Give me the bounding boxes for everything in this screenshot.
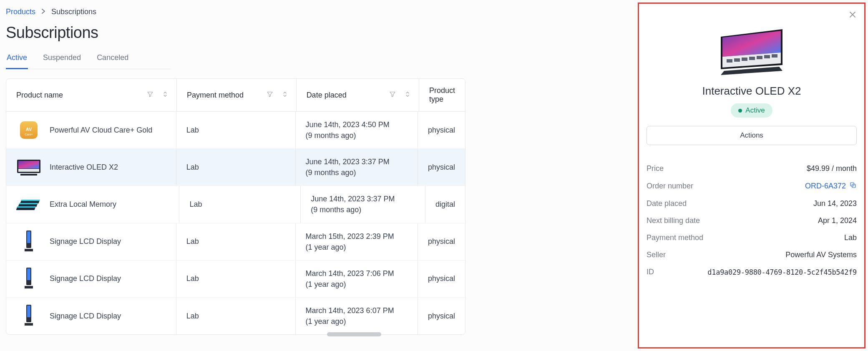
column-header-label: Product name <box>16 91 63 100</box>
cell-type: digital <box>425 186 465 223</box>
svg-rect-27 <box>742 58 747 61</box>
cell-payment: Lab <box>176 223 296 260</box>
svg-rect-18 <box>25 286 33 288</box>
cell-payment: Lab <box>176 149 296 186</box>
table-row[interactable]: Signage LCD Display Lab March 15th, 2023… <box>6 223 465 261</box>
status-badge: Active <box>731 103 772 118</box>
field-value-order[interactable]: ORD-6A372 <box>805 181 857 191</box>
cell-payment: Lab <box>176 112 296 148</box>
product-thumb-signage-icon <box>16 268 41 290</box>
breadcrumb-parent-link[interactable]: Products <box>6 8 35 16</box>
column-header-label: Date placed <box>307 91 347 100</box>
cell-date: March 15th, 2023 2:39 PM <box>306 231 394 242</box>
table-row[interactable]: Signage LCD Display Lab March 14th, 2023… <box>6 298 465 334</box>
cell-payment: Lab <box>176 261 296 297</box>
cell-type: physical <box>418 149 465 186</box>
tab-suspended[interactable]: Suspended <box>42 53 82 69</box>
cell-type: physical <box>418 261 465 297</box>
page-title: Subscriptions <box>6 24 465 42</box>
svg-text:Care+: Care+ <box>25 133 33 136</box>
svg-rect-30 <box>764 55 770 58</box>
sort-icon[interactable] <box>161 90 169 100</box>
cell-date-relative: (1 year ago) <box>306 279 394 290</box>
product-thumb-signage-icon <box>16 305 41 327</box>
close-icon[interactable] <box>848 10 858 21</box>
field-value-id: d1a9a029-9880-4769-8120-5c2f45b542f9 <box>707 268 857 276</box>
cell-date-relative: (1 year ago) <box>306 316 394 327</box>
cell-type: physical <box>418 112 465 148</box>
column-header-payment[interactable]: Payment method <box>177 79 297 111</box>
table-row[interactable]: Interactive OLED X2 Lab June 14th, 2023 … <box>6 149 465 186</box>
svg-rect-21 <box>25 323 33 326</box>
product-name: Powerful AV Cloud Care+ Gold <box>50 126 152 135</box>
svg-rect-14 <box>27 231 30 243</box>
table-row[interactable]: Signage LCD Display Lab March 14th, 2023… <box>6 261 465 298</box>
field-label-payment: Payment method <box>647 233 703 242</box>
svg-rect-28 <box>749 57 755 60</box>
field-value-seller: Powerful AV Systems <box>785 251 857 259</box>
table-header-row: Product name Payment method Date placed <box>6 79 465 112</box>
filter-icon[interactable] <box>266 90 274 100</box>
svg-rect-6 <box>20 174 37 176</box>
product-name: Signage LCD Display <box>50 274 121 283</box>
table-row[interactable]: AVCare+ Powerful AV Cloud Care+ Gold Lab… <box>6 112 465 149</box>
product-name: Interactive OLED X2 <box>50 163 118 172</box>
cell-date: June 14th, 2023 4:50 PM <box>306 119 390 130</box>
svg-rect-20 <box>27 306 30 317</box>
cell-date: June 14th, 2023 3:37 PM <box>311 193 395 204</box>
cell-payment: Lab <box>176 298 296 334</box>
sort-icon[interactable] <box>404 90 411 100</box>
svg-rect-31 <box>772 54 777 58</box>
column-header-product[interactable]: Product name <box>6 79 177 111</box>
cell-date: March 14th, 2023 6:07 PM <box>306 305 394 316</box>
svg-rect-29 <box>757 56 762 59</box>
column-header-label: Payment method <box>187 91 244 100</box>
svg-rect-4 <box>18 161 39 168</box>
product-name: Extra Local Memory <box>50 200 116 209</box>
column-header-date[interactable]: Date placed <box>297 79 419 111</box>
detail-panel: Interactive OLED X2 Active Actions Price… <box>638 3 865 348</box>
table-row[interactable]: Extra Local Memory Lab June 14th, 2023 3… <box>6 186 465 223</box>
tab-active[interactable]: Active <box>6 53 28 69</box>
status-dot-icon <box>738 109 742 113</box>
product-thumb-tv-icon <box>16 156 41 178</box>
sort-icon[interactable] <box>281 90 289 100</box>
product-image-tv-icon <box>718 25 785 79</box>
cell-type: physical <box>418 223 465 260</box>
field-value-payment: Lab <box>844 233 857 242</box>
svg-rect-10 <box>19 203 38 204</box>
svg-rect-15 <box>25 249 33 251</box>
svg-rect-25 <box>727 59 732 63</box>
svg-rect-5 <box>18 169 39 172</box>
detail-fields: Price $49.99 / month Order number ORD-6A… <box>647 160 857 281</box>
panel-title: Interactive OLED X2 <box>702 85 801 98</box>
filter-icon[interactable] <box>146 90 154 100</box>
field-label-date: Date placed <box>647 199 687 208</box>
horizontal-scrollbar[interactable] <box>6 332 465 336</box>
cell-date: June 14th, 2023 3:37 PM <box>306 156 390 167</box>
cell-date-relative: (1 year ago) <box>306 242 394 253</box>
field-value-next: Apr 1, 2024 <box>818 216 857 225</box>
svg-rect-12 <box>17 206 36 208</box>
column-header-type[interactable]: Product type <box>419 79 465 111</box>
field-label-seller: Seller <box>647 251 666 259</box>
svg-rect-8 <box>21 200 40 201</box>
field-label-id: ID <box>647 268 654 276</box>
cell-date: March 14th, 2023 7:06 PM <box>306 268 394 279</box>
breadcrumb: Products Subscriptions <box>6 8 465 16</box>
tabs: Active Suspended Canceled <box>6 53 171 69</box>
copy-icon[interactable] <box>849 181 857 191</box>
field-label-price: Price <box>647 164 664 173</box>
cell-type: physical <box>418 298 465 334</box>
column-header-label: Product type <box>429 86 455 104</box>
tab-canceled[interactable]: Canceled <box>96 53 129 69</box>
svg-text:AV: AV <box>26 127 32 132</box>
filter-icon[interactable] <box>389 90 396 100</box>
breadcrumb-current: Subscriptions <box>51 8 96 16</box>
cell-payment: Lab <box>179 186 301 223</box>
field-value-price: $49.99 / month <box>807 164 857 173</box>
cell-date-relative: (9 months ago) <box>311 204 395 215</box>
svg-rect-17 <box>27 268 30 280</box>
cell-date-relative: (9 months ago) <box>306 130 390 141</box>
actions-button[interactable]: Actions <box>647 126 857 145</box>
